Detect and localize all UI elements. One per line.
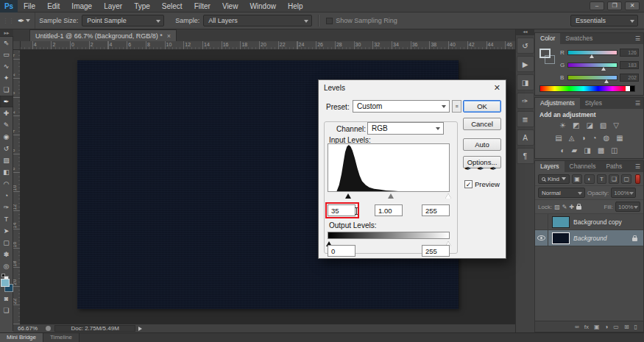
layer-effects-icon[interactable]: fx bbox=[584, 324, 589, 330]
layer-group-icon[interactable]: ▭ bbox=[613, 324, 619, 330]
tab-styles[interactable]: Styles bbox=[580, 98, 607, 109]
tab-timeline[interactable]: Timeline bbox=[43, 333, 79, 342]
color-panel-menu-icon[interactable]: ☰ bbox=[635, 33, 643, 44]
auto-button[interactable]: Auto bbox=[463, 138, 501, 151]
menu-type[interactable]: Type bbox=[128, 0, 156, 13]
menu-filter[interactable]: Filter bbox=[188, 0, 216, 13]
posterize-icon[interactable]: ▰ bbox=[571, 146, 577, 154]
zoom-tool[interactable]: ◎ bbox=[0, 260, 13, 272]
menu-view[interactable]: View bbox=[216, 0, 244, 13]
filter-shape-layers-icon[interactable]: ❏ bbox=[609, 174, 619, 184]
layer-row[interactable]: Background copy bbox=[535, 214, 643, 230]
menu-window[interactable]: Window bbox=[244, 0, 282, 13]
preview-checkbox[interactable]: ✓ bbox=[464, 180, 473, 188]
minimize-button[interactable]: – bbox=[590, 1, 604, 10]
move-tool[interactable]: ⇖ bbox=[0, 37, 13, 49]
curves-icon[interactable]: ◪ bbox=[586, 121, 592, 129]
set-black-point-eyedropper[interactable]: ✒ bbox=[464, 164, 471, 174]
tab-paths[interactable]: Paths bbox=[601, 161, 627, 172]
highlight-input-field[interactable]: 255 bbox=[422, 204, 450, 216]
menu-help[interactable]: Help bbox=[282, 0, 309, 13]
preset-options-button[interactable]: ≡ bbox=[452, 100, 461, 113]
screen-mode-icon[interactable]: ❏ bbox=[0, 304, 13, 316]
dodge-tool[interactable]: ◔ bbox=[0, 190, 13, 202]
preset-dropdown[interactable]: Custom bbox=[353, 100, 450, 113]
selective-color-icon[interactable]: ◫ bbox=[611, 146, 618, 154]
visibility-toggle[interactable] bbox=[535, 214, 548, 230]
b-value-field[interactable]: 202 bbox=[620, 74, 639, 82]
g-value-field[interactable]: 183 bbox=[620, 61, 639, 69]
invert-icon[interactable]: ◐ bbox=[560, 146, 565, 154]
gradient-tool[interactable]: ◧ bbox=[0, 166, 13, 178]
document-info[interactable]: Doc: 2.75M/5.49M bbox=[54, 325, 135, 332]
layer-thumbnail[interactable] bbox=[552, 216, 570, 228]
r-value-field[interactable]: 126 bbox=[620, 49, 639, 57]
new-layer-icon[interactable]: ⊞ bbox=[624, 324, 629, 330]
status-menu-arrow-icon[interactable] bbox=[138, 327, 142, 331]
cancel-button[interactable]: Cancel bbox=[463, 118, 501, 130]
eyedropper-tool[interactable]: ✒ bbox=[0, 96, 13, 107]
tab-close-icon[interactable]: × bbox=[167, 32, 171, 40]
blend-mode-dropdown[interactable]: Normal bbox=[538, 188, 585, 198]
brush-panel-icon[interactable]: ✑ bbox=[517, 93, 534, 109]
crop-tool[interactable]: ❏ bbox=[0, 84, 13, 96]
marquee-tool[interactable]: ▭ bbox=[0, 49, 13, 60]
photo-filter-icon[interactable]: ◔ bbox=[592, 134, 596, 142]
clone-stamp-tool[interactable]: ◉ bbox=[0, 131, 13, 143]
g-slider[interactable] bbox=[567, 63, 618, 68]
link-layers-icon[interactable]: ∞ bbox=[575, 324, 579, 330]
menu-edit[interactable]: Edit bbox=[41, 0, 66, 13]
default-colors-icon[interactable] bbox=[1, 274, 5, 277]
path-selection-tool[interactable]: ➤ bbox=[0, 225, 13, 237]
fill-dropdown[interactable]: 100% bbox=[615, 202, 640, 212]
slider-handle[interactable] bbox=[601, 67, 606, 71]
healing-brush-tool[interactable]: ✚ bbox=[0, 107, 13, 119]
black-white-icon[interactable]: ◑ bbox=[581, 134, 585, 142]
eraser-tool[interactable]: ▨ bbox=[0, 154, 13, 166]
workspace-switcher[interactable]: Essentials bbox=[570, 15, 638, 26]
foreground-color-swatch[interactable] bbox=[539, 49, 551, 58]
layer-thumbnail[interactable] bbox=[552, 232, 570, 244]
input-white-slider[interactable] bbox=[445, 193, 451, 199]
tab-adjustments[interactable]: Adjustments bbox=[535, 98, 580, 109]
menu-select[interactable]: Select bbox=[156, 0, 188, 13]
filter-pixel-layers-icon[interactable]: ▣ bbox=[572, 174, 582, 184]
levels-icon[interactable]: ◩ bbox=[573, 121, 579, 129]
show-sampling-ring-checkbox[interactable] bbox=[326, 18, 333, 24]
type-tool[interactable]: T bbox=[0, 213, 13, 225]
lasso-tool[interactable]: ∿ bbox=[0, 60, 13, 72]
color-lookup-icon[interactable]: ▦ bbox=[616, 134, 623, 142]
set-white-point-eyedropper[interactable]: ✒ bbox=[489, 164, 496, 174]
sample-dropdown[interactable]: All Layers bbox=[203, 15, 312, 26]
tab-channels[interactable]: Channels bbox=[565, 161, 601, 172]
new-adjustment-layer-icon[interactable]: ◑ bbox=[604, 324, 608, 330]
b-slider[interactable] bbox=[567, 75, 618, 80]
properties-panel-icon[interactable]: ◨ bbox=[517, 74, 534, 90]
filter-kind-dropdown[interactable]: Kind bbox=[538, 174, 570, 184]
adjustments-panel-menu-icon[interactable]: ☰ bbox=[635, 98, 643, 109]
paragraph-panel-icon[interactable]: ¶ bbox=[517, 148, 534, 164]
brush-tool[interactable]: ✎ bbox=[0, 119, 13, 131]
visibility-toggle[interactable] bbox=[535, 230, 548, 246]
filter-adjustment-layers-icon[interactable]: ◐ bbox=[584, 174, 595, 184]
sample-size-dropdown[interactable]: Point Sample bbox=[82, 15, 164, 26]
document-tab[interactable]: Untitled-1 @ 66.7% (Background, RGB/8) *… bbox=[29, 29, 177, 41]
blur-tool[interactable]: ◠ bbox=[0, 178, 13, 190]
lock-transparency-icon[interactable]: ▨ bbox=[554, 204, 560, 210]
layer-mask-icon[interactable]: ▣ bbox=[594, 324, 600, 330]
character-panel-icon[interactable]: A bbox=[517, 129, 534, 146]
tab-layers[interactable]: Layers bbox=[535, 161, 565, 172]
input-black-slider[interactable] bbox=[345, 193, 351, 199]
foreground-swatch[interactable] bbox=[1, 279, 10, 287]
dialog-title-bar[interactable]: Levels ✕ bbox=[319, 80, 506, 95]
current-tool-chip[interactable]: ✒ bbox=[16, 13, 35, 29]
color-balance-icon[interactable]: ◬ bbox=[569, 134, 575, 142]
output-high-field[interactable]: 255 bbox=[422, 245, 450, 257]
color-spectrum-ramp[interactable] bbox=[539, 85, 635, 92]
toolbar-collapse-button[interactable]: ▸▸ bbox=[0, 29, 13, 37]
lock-position-icon[interactable]: ✚ bbox=[569, 204, 574, 210]
lock-pixels-icon[interactable]: ✎ bbox=[562, 204, 567, 210]
tab-mini-bridge[interactable]: Mini Bridge bbox=[0, 333, 43, 342]
vibrance-icon[interactable]: ▽ bbox=[613, 121, 619, 129]
r-slider[interactable] bbox=[567, 50, 618, 55]
